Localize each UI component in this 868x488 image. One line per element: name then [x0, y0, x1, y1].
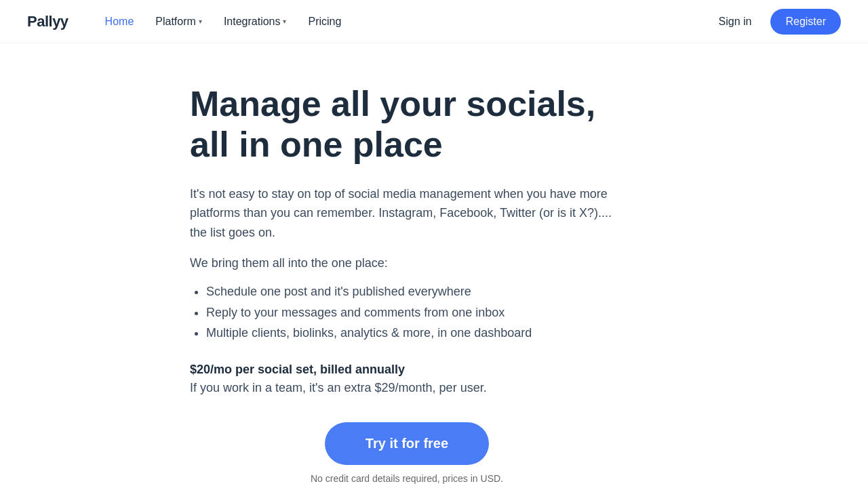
no-credit-card-text: No credit card details required, prices … [311, 473, 503, 484]
pricing-secondary: If you work in a team, it's an extra $29… [190, 381, 487, 395]
try-free-button[interactable]: Try it for free [325, 422, 489, 465]
nav-home[interactable]: Home [96, 10, 144, 33]
sign-in-link[interactable]: Sign in [711, 10, 760, 33]
feature-item-3: Multiple clients, biolinks, analytics & … [206, 323, 532, 344]
navbar: Pallyy Home Platform ▾ Integrations ▾ Pr… [0, 0, 868, 43]
bring-together-text: We bring them all into the one place: [190, 256, 388, 270]
nav-platform[interactable]: Platform ▾ [146, 10, 212, 33]
brand-logo[interactable]: Pallyy [27, 13, 68, 30]
feature-item-1: Schedule one post and it's published eve… [206, 281, 532, 302]
feature-list: Schedule one post and it's published eve… [190, 281, 532, 344]
platform-chevron-icon: ▾ [199, 18, 202, 25]
register-button[interactable]: Register [770, 9, 841, 35]
nav-links: Home Platform ▾ Integrations ▾ Pricing [96, 10, 711, 33]
cta-section: Try it for free No credit card details r… [190, 422, 624, 484]
nav-integrations[interactable]: Integrations ▾ [214, 10, 296, 33]
hero-description: It's not easy to stay on top of social m… [190, 184, 624, 243]
hero-title: Manage all your socials, all in one plac… [190, 84, 624, 165]
main-content: Manage all your socials, all in one plac… [0, 43, 868, 488]
nav-pricing[interactable]: Pricing [298, 10, 351, 33]
feature-item-2: Reply to your messages and comments from… [206, 302, 532, 323]
integrations-chevron-icon: ▾ [283, 18, 286, 25]
nav-right: Sign in Register [711, 9, 842, 35]
pricing-main: $20/mo per social set, billed annually [190, 363, 405, 377]
